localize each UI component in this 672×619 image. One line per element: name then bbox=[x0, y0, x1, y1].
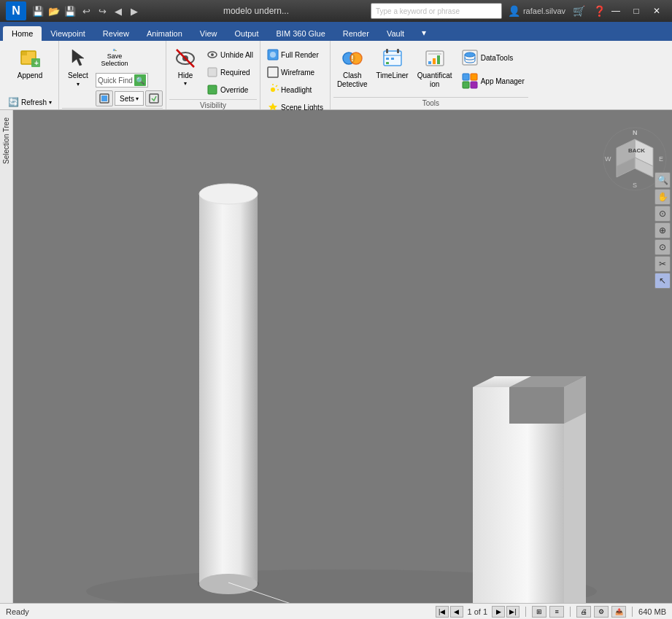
sidebar-label[interactable]: Selection Tree bbox=[2, 117, 10, 164]
prev-page-button[interactable]: ◀ bbox=[450, 606, 463, 618]
sets-button[interactable]: Sets ▾ bbox=[115, 91, 144, 106]
quantification-icon bbox=[423, 47, 447, 70]
svg-text:!: ! bbox=[351, 54, 354, 63]
list-view-button[interactable]: ≡ bbox=[549, 606, 564, 618]
hide-unselected-button[interactable]: Required bbox=[203, 64, 257, 80]
qat-prev[interactable]: ◀ bbox=[111, 4, 125, 18]
select-chevron-icon[interactable]: ▾ bbox=[77, 81, 80, 87]
tab-vault[interactable]: Vault bbox=[378, 26, 413, 41]
refresh-icon: 🔄 bbox=[8, 97, 19, 107]
tab-render[interactable]: Render bbox=[334, 26, 378, 41]
tab-bim360glue[interactable]: BIM 360 Glue bbox=[268, 26, 334, 41]
append-button[interactable]: + Append bbox=[12, 44, 48, 93]
nav-cube-area[interactable]: N S E W BACK bbox=[602, 126, 660, 184]
datatools-button[interactable]: DataTools bbox=[457, 47, 528, 69]
orbit-button[interactable]: ⊙ bbox=[654, 206, 671, 222]
tab-output[interactable]: Output bbox=[226, 26, 268, 41]
qat-open[interactable]: 📂 bbox=[47, 4, 61, 18]
svg-rect-46 bbox=[471, 74, 477, 80]
svg-text:+: + bbox=[34, 59, 39, 67]
hide-button[interactable]: Hide ▾ bbox=[169, 44, 201, 93]
settings-button[interactable]: ⚙ bbox=[594, 606, 609, 618]
help-icon[interactable]: ❓ bbox=[592, 4, 606, 18]
qat-new[interactable]: 💾 bbox=[31, 4, 45, 18]
svg-text:W: W bbox=[605, 155, 611, 163]
user-info: 👤 rafael.silvav bbox=[508, 5, 565, 17]
clash-detective-icon: ! bbox=[341, 47, 364, 70]
svg-rect-47 bbox=[463, 82, 469, 88]
maximize-button[interactable]: □ bbox=[627, 4, 646, 18]
title-search-bar[interactable]: Type a keyword or phrase bbox=[371, 3, 502, 19]
wireframe-button[interactable]: Wireframe bbox=[263, 64, 327, 80]
svg-text:BACK: BACK bbox=[628, 147, 645, 154]
tab-review[interactable]: Review bbox=[94, 26, 138, 41]
status-navigation: |◀ ◀ 1 of 1 ▶ ▶| bbox=[436, 606, 520, 618]
tab-viewpoint[interactable]: Viewpoint bbox=[42, 26, 94, 41]
clash-detective-button[interactable]: ! ClashDetective bbox=[333, 44, 371, 93]
headlight-button[interactable]: Headlight bbox=[263, 82, 327, 98]
select-button[interactable]: Select ▾ bbox=[62, 44, 94, 93]
svg-rect-39 bbox=[428, 61, 431, 64]
divider3 bbox=[632, 607, 633, 617]
export-button[interactable]: 📤 bbox=[611, 606, 626, 618]
save-selection-label: SaveSelection bbox=[101, 53, 128, 68]
divider bbox=[525, 607, 526, 617]
qat-undo[interactable]: ↩ bbox=[79, 4, 93, 18]
minimize-button[interactable]: — bbox=[606, 4, 625, 18]
app-manager-button[interactable]: App Manager bbox=[457, 70, 528, 92]
zoom-button[interactable]: 🔍 bbox=[654, 172, 671, 188]
full-render-button[interactable]: Full Render bbox=[263, 47, 327, 63]
print-button[interactable]: 🖨 bbox=[576, 606, 591, 618]
tab-view[interactable]: View bbox=[191, 26, 226, 41]
qat-save[interactable]: 💾 bbox=[63, 4, 77, 18]
svg-text:N: N bbox=[633, 129, 638, 136]
next-page-button[interactable]: ▶ bbox=[492, 606, 505, 618]
viewport[interactable]: N S E W BACK bbox=[13, 110, 672, 603]
svg-rect-45 bbox=[463, 74, 469, 80]
status-bar: Ready |◀ ◀ 1 of 1 ▶ ▶| ⊞ ≡ 🖨 ⚙ 📤 640 MB bbox=[0, 603, 672, 619]
tools-content: ! ClashDetective bbox=[333, 44, 528, 96]
sets-action-button[interactable] bbox=[145, 90, 163, 106]
ribbon-panel: + Append 🔄 Refresh ▾ Project bbox=[0, 41, 672, 110]
sets-chevron-icon: ▾ bbox=[136, 96, 139, 102]
pan-button[interactable]: ✋ bbox=[654, 189, 671, 205]
quantification-button[interactable]: Quantification bbox=[414, 44, 456, 93]
timeliner-label: TimeLiner bbox=[376, 71, 409, 80]
override-item-button[interactable]: Override bbox=[203, 82, 257, 98]
tab-animation[interactable]: Animation bbox=[138, 26, 191, 41]
tab-home[interactable]: Home bbox=[3, 26, 42, 41]
append-label: Append bbox=[18, 71, 42, 80]
select-rt-button[interactable]: ↖ bbox=[654, 273, 671, 289]
memory-usage: 640 MB bbox=[638, 607, 666, 616]
svg-marker-60 bbox=[509, 387, 564, 424]
grid-view-button[interactable]: ⊞ bbox=[532, 606, 547, 618]
ribbon-tabs: Home Viewpoint Review Animation View Out… bbox=[0, 22, 672, 41]
qat-redo[interactable]: ↪ bbox=[95, 4, 109, 18]
quick-find-search-btn[interactable]: 🔍 bbox=[134, 74, 146, 86]
svg-rect-22 bbox=[268, 67, 278, 77]
svg-text:S: S bbox=[633, 182, 637, 189]
shopping-cart-icon[interactable]: 🛒 bbox=[571, 4, 586, 18]
page-indicator: 1 of 1 bbox=[468, 607, 488, 616]
save-selection-button[interactable]: 💾 SaveSelection bbox=[96, 47, 134, 70]
select-all-button[interactable] bbox=[96, 90, 113, 106]
right-toolbar: 🔍 ✋ ⊙ ⊕ ⊙ ✂ ↖ bbox=[654, 172, 671, 289]
refresh-button[interactable]: 🔄 Refresh ▾ bbox=[4, 94, 55, 110]
first-page-button[interactable]: |◀ bbox=[436, 606, 449, 618]
sidebar[interactable]: Selection Tree bbox=[0, 110, 13, 603]
hide-icon bbox=[174, 47, 197, 70]
qat-next[interactable]: ▶ bbox=[127, 4, 142, 18]
timeliner-button[interactable]: TimeLiner bbox=[373, 44, 412, 93]
svg-rect-33 bbox=[386, 49, 388, 53]
last-page-button[interactable]: ▶| bbox=[506, 606, 520, 618]
fly-button[interactable]: ✂ bbox=[654, 256, 671, 272]
svg-line-25 bbox=[276, 85, 277, 87]
window-controls: — □ ✕ bbox=[606, 4, 666, 18]
look-button[interactable]: ⊕ bbox=[654, 222, 671, 238]
svg-point-23 bbox=[271, 87, 275, 92]
tab-extra[interactable]: ▾ bbox=[413, 25, 435, 41]
svg-rect-48 bbox=[471, 82, 477, 88]
close-button[interactable]: ✕ bbox=[647, 4, 666, 18]
walk-button[interactable]: ⊙ bbox=[654, 239, 671, 255]
unhide-all-button[interactable]: Unhide All bbox=[203, 47, 257, 63]
